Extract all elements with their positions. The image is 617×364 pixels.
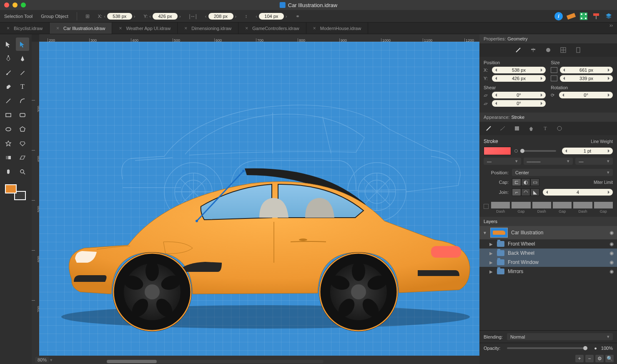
visibility-icon[interactable]: ◉ xyxy=(609,269,614,274)
layer-name[interactable]: Back Wheel xyxy=(508,250,534,256)
line-tool[interactable] xyxy=(2,94,15,108)
minimize-window[interactable] xyxy=(13,3,18,8)
arrow-tool[interactable] xyxy=(2,38,15,51)
info-icon[interactable]: i xyxy=(554,12,563,20)
paint-roller-icon[interactable] xyxy=(592,12,600,20)
layer-row[interactable]: ▶ Front Window ◉ xyxy=(479,258,617,267)
align-tab-icon[interactable] xyxy=(529,46,537,54)
curve-tool[interactable] xyxy=(16,94,29,108)
car-illustration[interactable] xyxy=(55,158,476,338)
blending-select[interactable]: Normal xyxy=(507,333,613,340)
arrow-start-select[interactable]: — xyxy=(484,158,521,165)
close-tab-icon[interactable]: × xyxy=(56,25,59,31)
fill-swatch[interactable] xyxy=(5,184,17,193)
tab-gamecontrollers[interactable]: ×GameControllers.idraw xyxy=(238,23,306,34)
tab-modernhouse[interactable]: ×ModernHouse.idraw xyxy=(306,23,368,34)
remove-layer-button[interactable]: − xyxy=(585,355,594,362)
size-h-input[interactable]: 339 px xyxy=(560,75,613,82)
w-field[interactable]: ‹208 px› xyxy=(205,13,236,20)
line-weight-input[interactable]: 1 pt xyxy=(562,148,613,154)
tab-weather-app[interactable]: ×Weather App UI.idraw xyxy=(112,23,178,34)
dash-pattern-select[interactable]: ——— xyxy=(524,158,573,165)
close-tab-icon[interactable]: × xyxy=(313,25,316,31)
hand-tool[interactable] xyxy=(2,165,15,178)
text-tool[interactable]: T xyxy=(16,80,29,93)
text-tab-icon[interactable]: T xyxy=(541,124,549,133)
fx-tab-icon[interactable] xyxy=(555,124,564,133)
layer-name[interactable]: Front Wheel xyxy=(508,241,535,247)
disclosure-icon[interactable]: ▶ xyxy=(489,242,494,246)
rounded-rect-tool[interactable] xyxy=(16,108,29,122)
stroke-tab-icon[interactable] xyxy=(484,124,493,133)
size-w-input[interactable]: 661 px xyxy=(560,67,613,73)
h-field[interactable]: ‹104 px› xyxy=(256,13,287,20)
line-weight-slider[interactable] xyxy=(520,150,556,152)
anchor-grid-icon[interactable]: ⊞ xyxy=(85,13,90,19)
link-aspect-icon[interactable]: ⚭ xyxy=(296,13,300,19)
x-field[interactable]: X: ‹538 px› xyxy=(98,13,135,20)
table-tab-icon[interactable] xyxy=(559,46,567,54)
dash-enable-checkbox[interactable] xyxy=(484,204,489,209)
layer-row[interactable]: ▶ Front Wheel ◉ xyxy=(479,239,617,249)
shadow-tab-icon[interactable] xyxy=(527,124,535,133)
opacity-slider[interactable] xyxy=(507,347,587,349)
disclosure-icon[interactable]: ▶ xyxy=(489,269,494,274)
tab-bicyclist[interactable]: ×Bicyclist.idraw xyxy=(0,23,50,34)
layer-options-button[interactable]: ⚙ xyxy=(595,355,604,362)
disclosure-icon[interactable]: ▶ xyxy=(489,260,494,265)
layer-name[interactable]: Front Window xyxy=(508,259,539,265)
grid-toggle-icon[interactable] xyxy=(579,12,588,20)
layer-name[interactable]: Mirrors xyxy=(508,269,523,274)
arrow-end-select[interactable]: — xyxy=(575,158,613,165)
x-value[interactable]: 538 px xyxy=(107,13,132,20)
polygon-tool[interactable] xyxy=(16,123,29,136)
disclosure-icon[interactable]: ▼ xyxy=(483,231,487,235)
brush-tool[interactable] xyxy=(2,66,15,79)
close-tab-icon[interactable]: × xyxy=(184,25,187,31)
layer-search-button[interactable]: 🔍 xyxy=(605,355,614,362)
disclosure-icon[interactable]: ▶ xyxy=(489,251,494,256)
effects-tab-icon[interactable] xyxy=(544,46,552,54)
close-tab-icon[interactable]: × xyxy=(245,25,248,31)
close-tab-icon[interactable]: × xyxy=(7,25,10,31)
stroke-color-chip[interactable] xyxy=(484,147,511,155)
shear-v-input[interactable]: 0° xyxy=(492,100,546,107)
miter-limit-input[interactable]: 4 xyxy=(543,189,613,196)
pen-tool[interactable] xyxy=(2,52,15,65)
position-x-input[interactable]: 538 px xyxy=(492,67,546,73)
add-layer-button[interactable]: + xyxy=(575,355,584,362)
pencil-tool[interactable] xyxy=(16,66,29,79)
geometry-tab-icon[interactable] xyxy=(514,46,522,54)
visibility-icon[interactable]: ◉ xyxy=(609,259,614,265)
color-swatch[interactable] xyxy=(5,184,26,200)
layers-icon[interactable] xyxy=(604,12,613,20)
visibility-icon[interactable]: ◉ xyxy=(609,241,614,247)
vertical-ruler[interactable]: 300400500600700 xyxy=(32,42,39,356)
direct-select-tool[interactable] xyxy=(16,38,29,51)
zoom-tool[interactable] xyxy=(16,165,29,178)
visibility-icon[interactable]: ◉ xyxy=(609,250,614,256)
brush-tab-icon[interactable] xyxy=(499,124,507,133)
close-tab-icon[interactable]: × xyxy=(119,25,122,31)
close-window[interactable] xyxy=(4,3,9,8)
w-value[interactable]: 208 px xyxy=(208,13,233,20)
gradient-tool[interactable] xyxy=(2,151,15,164)
stroke-position-select[interactable]: Center xyxy=(512,169,613,176)
shear-h-input[interactable]: 0° xyxy=(492,92,546,98)
h-value[interactable]: 104 px xyxy=(259,13,284,20)
tab-car-illustration[interactable]: ×Car Illustration.idraw xyxy=(50,23,112,34)
eraser-tool[interactable] xyxy=(2,80,15,93)
shear-tool[interactable] xyxy=(16,151,29,164)
diamond-tool[interactable] xyxy=(16,137,29,150)
document-tab-icon[interactable] xyxy=(574,46,582,54)
layer-name[interactable]: Car Illustration xyxy=(511,230,543,236)
position-y-input[interactable]: 426 px xyxy=(492,75,546,82)
join-segmented[interactable]: ⌐◠◣ xyxy=(512,188,539,196)
cap-segmented[interactable]: ⊏◐▭ xyxy=(512,178,539,186)
fill-tab-icon[interactable] xyxy=(513,124,521,133)
layer-row[interactable]: ▶ Back Wheel ◉ xyxy=(479,249,617,258)
horizontal-scrollbar[interactable] xyxy=(107,360,324,363)
y-value[interactable]: 426 px xyxy=(153,13,178,20)
rotation-input[interactable]: 0° xyxy=(559,92,613,98)
layer-row-root[interactable]: ▼ Car Illustration ◉ xyxy=(479,226,617,239)
